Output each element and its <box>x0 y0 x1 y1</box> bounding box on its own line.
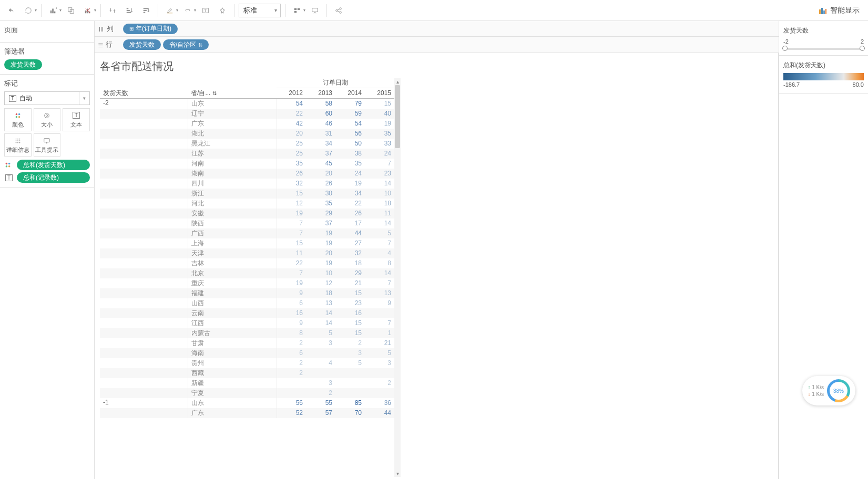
group-dropdown[interactable]: ▾ <box>180 3 196 18</box>
encoding-pill[interactable]: 总和(记录数) <box>17 172 90 183</box>
value-cell[interactable]: 15 <box>335 318 365 328</box>
new-sheet-dropdown[interactable]: +▾ <box>46 3 62 18</box>
province-cell[interactable]: 吉林 <box>188 258 277 268</box>
fit-dropdown[interactable]: 标准 <box>239 4 281 17</box>
value-cell[interactable]: 35 <box>277 159 306 169</box>
value-cell[interactable]: 7 <box>365 159 394 169</box>
label-button[interactable]: T <box>198 3 213 18</box>
province-cell[interactable]: 广东 <box>188 119 277 129</box>
value-cell[interactable]: 5 <box>365 228 394 238</box>
value-cell[interactable]: 19 <box>335 179 365 189</box>
value-cell[interactable]: 32 <box>277 179 306 189</box>
value-cell[interactable] <box>335 378 365 388</box>
mark-cell-大小[interactable]: 大小 <box>34 108 61 131</box>
value-cell[interactable]: 7 <box>365 238 394 248</box>
value-cell[interactable]: 26 <box>277 169 306 179</box>
pill-province[interactable]: 省/自治区⇅ <box>163 39 209 50</box>
value-cell[interactable]: 14 <box>365 179 394 189</box>
value-cell[interactable]: 5 <box>306 328 335 338</box>
sort-desc-button[interactable] <box>139 3 154 18</box>
province-cell[interactable]: 内蒙古 <box>188 328 277 338</box>
value-cell[interactable]: 56 <box>277 398 306 408</box>
value-cell[interactable]: 35 <box>365 129 394 139</box>
value-cell[interactable]: 15 <box>335 328 365 338</box>
value-cell[interactable] <box>365 368 394 378</box>
value-cell[interactable]: 29 <box>335 268 365 278</box>
vertical-scrollbar[interactable]: ▴ ▾ <box>394 78 401 477</box>
value-cell[interactable]: 31 <box>306 129 335 139</box>
value-cell[interactable]: 25 <box>277 139 306 149</box>
value-cell[interactable] <box>335 368 365 378</box>
value-cell[interactable]: 5 <box>365 348 394 358</box>
value-cell[interactable]: 26 <box>335 209 365 218</box>
value-cell[interactable]: 4 <box>306 358 335 368</box>
value-cell[interactable]: 17 <box>335 218 365 228</box>
value-cell[interactable]: 13 <box>365 288 394 298</box>
province-cell[interactable]: 西藏 <box>188 368 277 378</box>
value-cell[interactable]: 24 <box>365 149 394 159</box>
value-cell[interactable]: 2 <box>277 358 306 368</box>
value-cell[interactable]: 18 <box>306 288 335 298</box>
province-cell[interactable]: 云南 <box>188 308 277 318</box>
value-cell[interactable]: 35 <box>335 159 365 169</box>
value-cell[interactable]: 44 <box>335 228 365 238</box>
value-cell[interactable]: 6 <box>277 348 306 358</box>
value-cell[interactable]: 42 <box>277 119 306 129</box>
value-cell[interactable]: 9 <box>277 318 306 328</box>
value-cell[interactable]: 14 <box>365 218 394 228</box>
value-cell[interactable]: 15 <box>277 189 306 199</box>
value-cell[interactable]: 11 <box>365 209 394 218</box>
province-cell[interactable]: 河北 <box>188 199 277 209</box>
marks-type-select[interactable]: T自动 ▾ <box>4 91 90 105</box>
value-cell[interactable]: 34 <box>335 189 365 199</box>
value-cell[interactable]: 19 <box>277 209 306 218</box>
value-cell[interactable]: 3 <box>306 378 335 388</box>
value-cell[interactable]: 79 <box>335 98 365 109</box>
province-cell[interactable]: 甘肃 <box>188 338 277 348</box>
scroll-up-icon[interactable]: ▴ <box>394 78 401 85</box>
value-cell[interactable]: 56 <box>335 129 365 139</box>
value-cell[interactable]: 18 <box>335 258 365 268</box>
value-cell[interactable]: 54 <box>277 98 306 109</box>
value-cell[interactable]: 19 <box>277 278 306 288</box>
value-cell[interactable]: 22 <box>277 109 306 119</box>
pin-button[interactable] <box>215 3 230 18</box>
value-cell[interactable]: 32 <box>335 248 365 258</box>
value-cell[interactable]: 6 <box>277 298 306 308</box>
redo-dropdown[interactable]: ▾ <box>21 3 37 18</box>
value-cell[interactable]: 19 <box>306 228 335 238</box>
value-cell[interactable]: 60 <box>306 109 335 119</box>
value-cell[interactable]: 2 <box>277 368 306 378</box>
value-cell[interactable]: 20 <box>306 248 335 258</box>
value-cell[interactable]: 7 <box>277 228 306 238</box>
viz-title[interactable]: 各省市配送情况 <box>100 59 776 74</box>
value-cell[interactable]: 52 <box>277 408 306 418</box>
mark-cell-颜色[interactable]: 颜色 <box>4 108 32 131</box>
value-cell[interactable] <box>277 388 306 398</box>
value-cell[interactable]: 37 <box>306 149 335 159</box>
value-cell[interactable]: 15 <box>365 98 394 109</box>
scroll-down-icon[interactable]: ▾ <box>394 470 401 477</box>
province-cell[interactable]: 湖北 <box>188 129 277 139</box>
value-cell[interactable]: 34 <box>306 139 335 149</box>
province-cell[interactable]: 天津 <box>188 248 277 258</box>
value-cell[interactable]: 57 <box>306 408 335 418</box>
rows-shelf[interactable]: ≣行 发货天数 省/自治区⇅ <box>95 37 779 53</box>
value-cell[interactable]: 44 <box>365 408 394 418</box>
province-cell[interactable]: 湖南 <box>188 169 277 179</box>
mark-cell-文本[interactable]: T文本 <box>63 108 90 131</box>
province-cell[interactable]: 河南 <box>188 159 277 169</box>
value-cell[interactable]: 21 <box>335 278 365 288</box>
value-cell[interactable]: 26 <box>306 179 335 189</box>
province-cell[interactable]: 广西 <box>188 228 277 238</box>
value-cell[interactable]: 9 <box>365 298 394 308</box>
province-cell[interactable]: 浙江 <box>188 189 277 199</box>
value-cell[interactable]: 35 <box>306 199 335 209</box>
value-cell[interactable]: 16 <box>277 308 306 318</box>
duplicate-button[interactable] <box>64 3 78 18</box>
value-cell[interactable]: 3 <box>365 358 394 368</box>
value-cell[interactable]: 40 <box>365 109 394 119</box>
value-cell[interactable]: 27 <box>335 238 365 248</box>
value-cell[interactable]: 8 <box>365 258 394 268</box>
province-cell[interactable]: 重庆 <box>188 278 277 288</box>
